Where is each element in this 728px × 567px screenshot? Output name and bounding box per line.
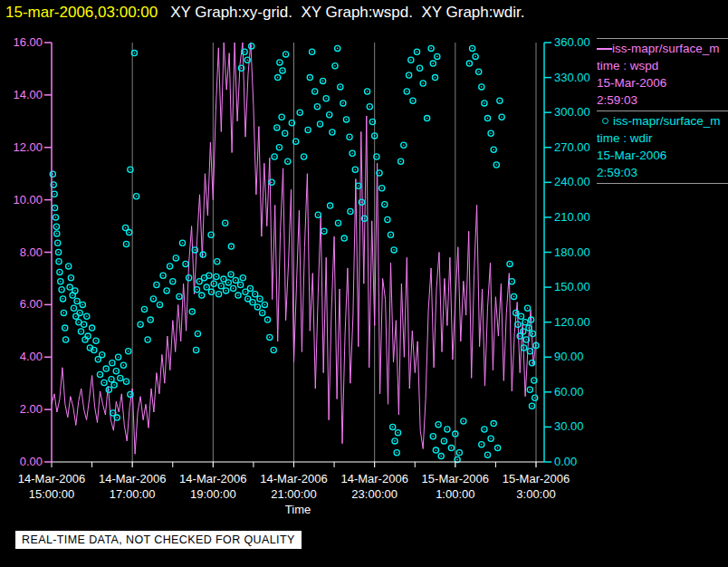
wdir-point-dot — [237, 294, 239, 296]
wdir-point-dot — [221, 285, 223, 287]
wdir-point-dot — [400, 160, 402, 162]
wdir-point-dot — [487, 455, 489, 456]
right-axis-tick-label: 360.00 — [554, 35, 590, 49]
wdir-point-dot — [218, 293, 220, 295]
right-axis-tick-label: 60.00 — [554, 385, 584, 399]
wdir-point-dot — [63, 312, 65, 314]
wdir-point-dot — [87, 335, 89, 337]
wdir-point-dot — [65, 339, 67, 341]
x-tick-date-label: 14-Mar-2006 — [179, 472, 246, 485]
wdir-point-dot — [340, 86, 341, 88]
wdir-scatter-series — [50, 43, 539, 463]
wdir-point-dot — [76, 301, 78, 303]
x-tick-time-label: 23:00:00 — [351, 487, 398, 501]
wdir-point-dot — [213, 283, 215, 284]
wdir-point-dot — [246, 60, 248, 62]
wdir-point-dot — [68, 265, 70, 267]
wdir-point-dot — [320, 123, 321, 125]
wdir-point-dot — [281, 117, 283, 119]
wdir-point-dot — [530, 351, 532, 352]
wdir-point-dot — [231, 245, 233, 247]
wdir-point-dot — [343, 237, 345, 239]
right-axis-tick-label: 210.00 — [554, 210, 590, 224]
wdir-point-dot — [437, 424, 439, 426]
wdir-point-dot — [307, 130, 309, 131]
wdir-point-dot — [83, 323, 85, 325]
wdir-point-dot — [519, 335, 521, 337]
x-tick-time-label: 3:00:00 — [516, 487, 555, 501]
right-axis-tick-label: 300.00 — [554, 105, 590, 119]
wdir-point-dot — [116, 417, 118, 418]
wdir-point-dot — [369, 106, 371, 108]
wdir-point-dot — [351, 152, 353, 154]
legend-series-name: iss-mapr/surface_m — [613, 112, 721, 130]
wdir-point-dot — [433, 436, 435, 437]
wdir-point-dot — [493, 149, 494, 151]
wdir-point-dot — [279, 147, 281, 149]
wdir-point-dot — [394, 440, 396, 442]
wdir-point-dot — [201, 294, 203, 296]
wdir-point-dot — [417, 52, 418, 53]
left-axis-tick-label: 14.00 — [13, 88, 43, 101]
wdir-point-dot — [105, 368, 107, 370]
wdir-point-dot — [144, 309, 146, 311]
wdir-point-dot — [250, 288, 252, 290]
wdir-point-dot — [532, 362, 533, 364]
right-axis-tick-label: 120.00 — [554, 315, 590, 329]
legend-entry-wdir: iss-mapr/surface_m time : wdir 15-Mar-20… — [597, 111, 728, 184]
left-axis-tick-label: 2.00 — [20, 402, 43, 416]
wdir-point-dot — [208, 274, 210, 276]
wdir-point-dot — [484, 428, 485, 430]
x-tick-time-label: 19:00:00 — [190, 487, 236, 501]
wdir-point-dot — [257, 306, 259, 308]
wdir-point-dot — [79, 312, 81, 314]
x-tick-time-label: 17:00:00 — [110, 487, 156, 501]
wdir-point-dot — [513, 296, 515, 298]
wdir-point-dot — [392, 427, 394, 428]
legend-series-field: time : wdir — [597, 130, 728, 147]
wdir-point-dot — [515, 312, 517, 314]
wdir-point-dot — [126, 381, 128, 383]
wdir-point-dot — [188, 277, 190, 279]
wdir-point-dot — [118, 357, 120, 359]
wdir-point-dot — [243, 277, 244, 279]
legend-series-name: iss-mapr/surface_m — [612, 40, 720, 57]
wdir-point-dot — [129, 168, 131, 170]
wdir-point-dot — [358, 185, 359, 187]
wdir-point-dot — [259, 298, 261, 300]
wdir-point-dot — [456, 459, 458, 461]
wdir-point-dot — [469, 62, 471, 64]
wdir-point-dot — [355, 168, 357, 170]
x-tick-date-label: 14-Mar-2006 — [18, 472, 85, 485]
left-axis-tick-label: 12.00 — [13, 140, 43, 154]
wdir-point-dot — [120, 378, 121, 380]
quality-banner: REAL-TIME DATA, NOT CHECKED FOR QUALITY — [15, 531, 302, 549]
graph-titles: XY Graph:xy-grid. XY Graph:wspd. XY Grap… — [170, 4, 524, 21]
wdir-point-dot — [197, 333, 199, 335]
wdir-point-dot — [361, 201, 363, 203]
wdir-point-dot — [372, 121, 374, 123]
wdir-point-dot — [349, 136, 350, 138]
wdir-point-dot — [159, 304, 161, 306]
wdir-point-dot — [233, 288, 235, 290]
wdir-point-dot — [334, 65, 336, 67]
wdir-point-dot — [254, 293, 256, 295]
wdir-point-dot — [54, 207, 56, 209]
wdir-point-dot — [126, 244, 128, 245]
wdir-point-dot — [156, 284, 158, 286]
wdir-point-dot — [210, 234, 212, 235]
x-tick-time-label: 1:00:00 — [436, 487, 474, 501]
wdir-point-dot — [73, 307, 75, 309]
wdir-point-dot — [426, 118, 428, 120]
wdir-point-dot — [75, 315, 77, 317]
wdir-point-dot — [271, 182, 273, 184]
wdir-point-dot — [228, 282, 230, 284]
wdir-point-dot — [116, 370, 118, 372]
wdir-point-dot — [128, 351, 129, 352]
right-axis-tick-label: 270.00 — [554, 140, 590, 154]
wdir-point-dot — [53, 184, 54, 186]
wdir-point-dot — [182, 242, 184, 244]
wdir-point-dot — [136, 196, 138, 197]
wdir-point-dot — [331, 131, 333, 133]
wdir-point-dot — [202, 254, 204, 255]
